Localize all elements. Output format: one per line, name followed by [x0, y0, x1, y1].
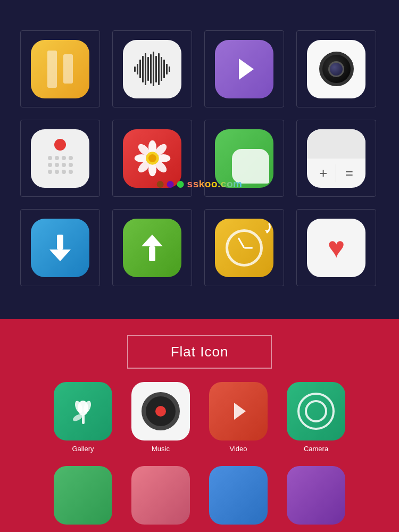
- flat-icon-title: Flat Icon: [171, 344, 229, 360]
- bar5: [145, 53, 146, 85]
- download-arrow: [49, 235, 71, 261]
- sd3: [62, 156, 66, 160]
- top-section: sskoo.com: [0, 0, 399, 319]
- flat-icon-cell-purple: [281, 466, 351, 525]
- flat-app-icon-camera[interactable]: [287, 382, 345, 440]
- app-icon-settings[interactable]: [31, 129, 89, 188]
- camera-lens-inner: [328, 61, 344, 77]
- play-triangle: [239, 59, 254, 80]
- icon-grid: + =: [20, 30, 379, 289]
- icon-cell-download: [20, 209, 100, 286]
- icon-cell-upload: [112, 209, 192, 286]
- bar10: [158, 53, 160, 85]
- flat-icon-label-camera: Camera: [304, 445, 328, 453]
- flat-app-icon-purple[interactable]: [287, 466, 345, 525]
- flat-icon-cell-music: Music: [126, 382, 195, 453]
- app-icon-voice[interactable]: [123, 40, 181, 98]
- bar13: [166, 64, 168, 74]
- time-hand2: [244, 247, 253, 248]
- app-icon-timemachine[interactable]: [215, 219, 273, 277]
- app-icon-camera[interactable]: [307, 40, 365, 98]
- icon-cell-video: [204, 30, 284, 107]
- flat-icon-label-video: Video: [229, 445, 247, 453]
- stripe1: [47, 51, 57, 88]
- flat-icon-title-box: Flat Icon: [127, 335, 272, 369]
- bar4: [142, 56, 144, 82]
- flat-icon-cell-gallery: Gallery: [48, 382, 118, 453]
- arrow-head-down: [49, 250, 71, 261]
- flat-app-icon-blue[interactable]: [209, 466, 268, 525]
- heart-icon: ♥: [328, 233, 345, 262]
- sd12: [69, 170, 73, 174]
- plus-symbol: +: [319, 165, 327, 181]
- watermark-dot2: [167, 181, 174, 188]
- bar7: [150, 54, 152, 84]
- app-icon-video[interactable]: [215, 40, 273, 98]
- icon-cell-files: [20, 30, 100, 107]
- time-arrow-svg: [256, 221, 271, 236]
- icon-cell-timemachine: [204, 209, 284, 286]
- bar9: [155, 56, 157, 82]
- flat-app-icon-music[interactable]: [131, 382, 190, 440]
- sd2: [55, 156, 59, 160]
- flat-icon-cell-green2: [48, 466, 118, 525]
- camera-lens: [319, 52, 354, 86]
- sd9: [48, 170, 52, 174]
- svg-point-9: [148, 154, 156, 162]
- upload-arrow: [142, 235, 163, 261]
- calc-bottom-half: + =: [307, 159, 365, 188]
- bar6: [147, 57, 149, 81]
- app-icon-health[interactable]: ♥: [307, 219, 365, 277]
- app-icon-download[interactable]: [31, 219, 89, 277]
- bar14: [169, 66, 170, 72]
- bar3: [139, 60, 141, 78]
- waveform: [134, 52, 170, 86]
- sd1: [48, 156, 52, 160]
- stripe2: [63, 54, 73, 84]
- flat-app-icon-video[interactable]: [209, 382, 268, 440]
- bar2: [137, 64, 138, 74]
- time-hand1: [238, 237, 245, 248]
- flat-play-triangle: [234, 403, 246, 420]
- icon-cell-voice: [112, 30, 192, 107]
- music-record-inner: [155, 406, 166, 417]
- bar12: [163, 60, 165, 78]
- settings-dot-grid: [48, 156, 73, 174]
- sd10: [55, 170, 59, 174]
- sd4: [69, 156, 73, 160]
- bar1: [134, 66, 136, 72]
- flat-camera-circle: [297, 393, 335, 430]
- app-icon-upload[interactable]: [123, 219, 181, 277]
- bar8: [153, 52, 154, 86]
- icon-cell-calculator: + =: [296, 120, 376, 197]
- flat-icon-cell-camera: Camera: [281, 382, 351, 453]
- sd8: [69, 163, 73, 167]
- flat-camera-inner: [305, 400, 327, 422]
- sd6: [55, 163, 59, 167]
- settings-top-dot: [54, 139, 66, 151]
- flat-app-icon-green2[interactable]: [54, 466, 112, 525]
- icon-cell-health: ♥: [296, 209, 376, 286]
- flat-icon-row1: Gallery Music Video Camer: [48, 382, 351, 453]
- icon-cell-camera: [296, 30, 376, 107]
- icon-cell-settings: [20, 120, 100, 197]
- flat-icon-cell-pink: [126, 466, 195, 525]
- watermark-dot1: [157, 181, 164, 188]
- flower-svg: [132, 138, 172, 178]
- tulip-svg: [66, 394, 101, 429]
- flat-app-icon-gallery[interactable]: [54, 382, 112, 440]
- calc-divider: [336, 164, 336, 182]
- sd5: [48, 163, 52, 167]
- equals-symbol: =: [345, 165, 353, 181]
- app-icon-calculator[interactable]: + =: [307, 129, 365, 188]
- arrow-shaft-up: [149, 246, 155, 261]
- flat-app-icon-pink[interactable]: [131, 466, 190, 525]
- music-record: [142, 392, 180, 430]
- flat-icon-cell-blue: [204, 466, 273, 525]
- app-icon-files[interactable]: [31, 40, 89, 98]
- flat-icon-row2: [48, 466, 351, 525]
- bottom-section: Flat Icon Gallery: [0, 319, 399, 532]
- sd7: [62, 163, 66, 167]
- calc-top-half: [307, 129, 365, 159]
- sd11: [62, 170, 66, 174]
